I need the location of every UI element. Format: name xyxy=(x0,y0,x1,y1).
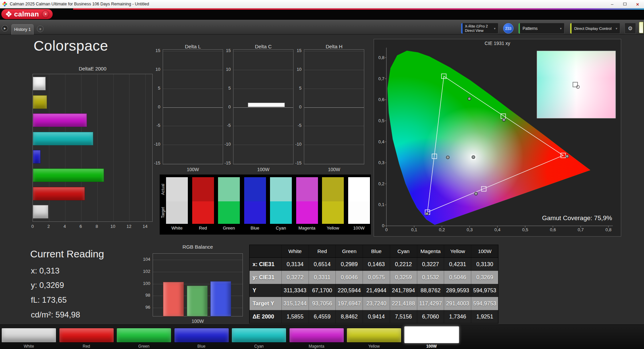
x-tick-label: 0 xyxy=(29,224,37,229)
close-button[interactable]: × xyxy=(631,0,644,8)
delta-h-chart: Delta H 100W 151050-5-10-15 xyxy=(289,42,364,174)
patch-button-blue[interactable] xyxy=(174,328,229,343)
calman-logo[interactable]: calman ▼ xyxy=(1,9,53,19)
x-axis-label: 100W xyxy=(163,167,223,172)
y-tick-label: 102 xyxy=(138,269,150,274)
gridline xyxy=(233,51,293,51)
chart-title: Delta L xyxy=(163,44,223,49)
measured-point xyxy=(468,97,471,100)
patch-label: Green xyxy=(116,344,171,349)
deltae-2000-chart: DeltaE 2000 02468101214 xyxy=(33,66,160,231)
actual-swatch-magenta xyxy=(296,177,318,201)
actual-swatch-green xyxy=(218,177,240,201)
calman-window: Calman 2025 Calman Ultimate for Business… xyxy=(0,0,644,349)
table-row: ΔE 20001,58556,45598,84620,94147,51566,7… xyxy=(250,310,498,323)
target-swatch-cyan xyxy=(270,201,292,224)
y-tick-label: 15 xyxy=(218,48,231,53)
gridline xyxy=(129,74,129,221)
row-label: ΔE 2000 xyxy=(250,310,281,323)
side-panel-handle[interactable] xyxy=(639,22,643,33)
swatch-label: 100W xyxy=(348,226,370,231)
bar-red xyxy=(163,282,184,316)
patch-label: Blue xyxy=(174,344,229,349)
chart-plot xyxy=(163,49,223,164)
gridline xyxy=(145,74,146,221)
target-swatch-blue xyxy=(244,201,266,224)
x-axis-label: 100W xyxy=(304,167,364,172)
patch-button-cyan[interactable] xyxy=(231,328,286,343)
tab-history-1[interactable]: History 1 xyxy=(11,24,34,35)
history-expand-button[interactable]: ▶ xyxy=(2,25,8,32)
chevron-down-icon: ▼ xyxy=(44,13,47,16)
logo-bar: calman ▼ xyxy=(0,8,644,20)
patch-label: White xyxy=(1,344,56,349)
swatch-label: Cyan xyxy=(270,226,292,231)
patch-row: WhiteRedGreenBlueCyanMagentaYellow100W xyxy=(0,325,644,349)
patch-button-green[interactable] xyxy=(116,328,171,343)
value-cell: 0,6046 xyxy=(335,271,363,284)
gridline xyxy=(163,126,223,126)
minimize-button[interactable]: – xyxy=(606,0,619,8)
display-control-dropdown[interactable]: Direct Display Control ▼ xyxy=(570,23,620,34)
patterns-dropdown[interactable]: Patterns ▼ xyxy=(518,23,565,34)
swatch-label: White xyxy=(166,226,188,231)
value-cell: 1,7346 xyxy=(444,310,471,323)
patch-button-red[interactable] xyxy=(59,328,114,343)
value-cell: 0,9414 xyxy=(363,310,390,323)
x-tick-label: 14 xyxy=(141,224,149,229)
y-tick-label: 5 xyxy=(289,86,302,91)
patch-button-yellow[interactable] xyxy=(346,328,401,343)
patch-button-white[interactable] xyxy=(1,328,56,343)
logo-menu-button[interactable]: ▼ xyxy=(42,10,49,18)
y-tick-label: 10 xyxy=(289,67,302,72)
meter-dropdown[interactable]: X-Rite i1Pro 2 Direct View ▼ xyxy=(461,23,498,34)
tab-bar: ▶ History 1 + X-Rite i1Pro 2 Direct View… xyxy=(0,20,644,35)
swatch-label: Blue xyxy=(244,226,266,231)
gamut-coverage-label: Gamut Coverage: 75,9% xyxy=(515,214,612,222)
value-cell: 0,4231 xyxy=(444,258,471,271)
patch-label: Magenta xyxy=(289,344,344,349)
value-cell: 315,1244 xyxy=(281,297,309,310)
delta-c-chart: Delta C 100W 151050-5-10-15 xyxy=(218,42,293,174)
settings-button[interactable]: ⚙ xyxy=(625,23,636,34)
gridline xyxy=(304,107,364,108)
value-cell: 8,8462 xyxy=(335,310,363,323)
gridline xyxy=(233,107,293,108)
row-label: Target Y xyxy=(250,297,281,310)
bar-cyan xyxy=(33,132,93,145)
bar-blue xyxy=(210,281,231,316)
y-tick-label: -15 xyxy=(148,160,160,166)
current-reading-title: Current Reading xyxy=(30,248,104,260)
display-control-accent xyxy=(570,23,572,34)
chart-plot xyxy=(304,49,364,164)
actual-swatch-100w xyxy=(348,177,370,201)
value-cell: 21,4944 xyxy=(363,284,390,297)
row-label: x: CIE31 xyxy=(250,258,281,271)
target-swatch-red xyxy=(192,201,214,224)
x-tick-label: 12 xyxy=(125,224,133,229)
patch-button-100w[interactable] xyxy=(404,326,459,343)
bar-magenta xyxy=(33,113,87,127)
measured-point xyxy=(426,212,429,215)
gridline xyxy=(153,272,243,272)
y-tick-label: -15 xyxy=(218,160,231,166)
gridline xyxy=(304,145,364,145)
play-icon: ▶ xyxy=(4,27,6,30)
maximize-button[interactable] xyxy=(619,0,631,8)
x-tick-label: 2 xyxy=(45,224,53,229)
y-tick-label: 0 xyxy=(218,104,231,110)
patterns-accent xyxy=(519,23,520,34)
add-tab-button[interactable]: + xyxy=(37,26,44,32)
measurement-count-badge[interactable]: 233 xyxy=(503,23,514,34)
gridline xyxy=(304,89,364,89)
target-swatch-100w xyxy=(348,201,370,224)
patch-button-magenta[interactable] xyxy=(289,328,344,343)
value-cell: 291,4003 xyxy=(444,297,471,310)
chevron-down-icon: ▼ xyxy=(559,27,562,30)
value-cell: 67,1700 xyxy=(309,284,336,297)
bar-white xyxy=(33,77,46,90)
target-swatch-white xyxy=(166,201,188,224)
bar-green xyxy=(187,286,208,316)
patch-label: 100W xyxy=(404,344,459,349)
x-tick-label: 4 xyxy=(61,224,69,229)
